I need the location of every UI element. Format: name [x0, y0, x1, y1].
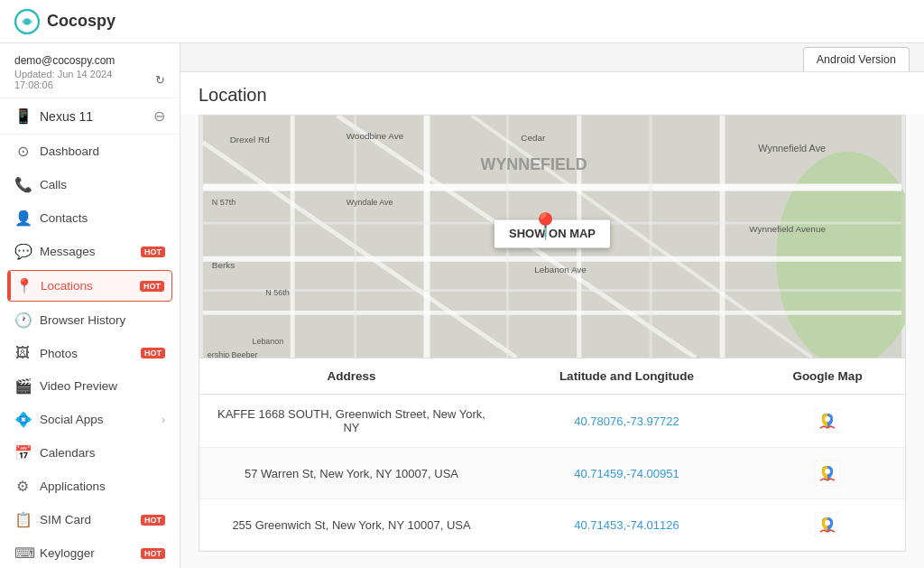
svg-text:Lebanon: Lebanon [252, 337, 283, 346]
device-name: Nexus 11 [40, 109, 93, 124]
sim-card-icon: 📋 [14, 511, 31, 528]
contacts-icon: 👤 [14, 210, 31, 227]
refresh-icon[interactable]: ↻ [155, 73, 165, 87]
google-map-cell[interactable] [764, 408, 891, 433]
calendars-label: Calendars [40, 446, 165, 460]
hot-badge: HOT [141, 548, 165, 559]
svg-text:N 56th: N 56th [265, 288, 289, 297]
sidebar-item-locations[interactable]: 📍LocationsHOT [7, 270, 172, 302]
google-maps-icon [815, 408, 840, 433]
phone-icon: 📱 [14, 107, 32, 125]
svg-text:Lebanon Ave: Lebanon Ave [534, 265, 587, 275]
hot-badge: HOT [141, 247, 165, 257]
svg-text:WYNNEFIELD: WYNNEFIELD [481, 155, 587, 173]
coords-cell[interactable]: 40.71459,-74.00951 [489, 467, 764, 480]
sidebar-item-applications[interactable]: ⚙Applications [0, 470, 180, 503]
map-container: WYNNEFIELD Wynnefield Ave Wynnefield Ave… [199, 115, 906, 358]
svg-text:Wynnefield Avenue: Wynnefield Avenue [749, 224, 826, 234]
sidebar-item-dashboard[interactable]: ⊙Dashboard [0, 135, 180, 168]
main-layout: demo@cocospy.com Updated: Jun 14 2024 17… [0, 43, 924, 568]
table-row: 57 Warren St, New York, NY 10007, USA40.… [199, 448, 905, 499]
browser-history-icon: 🕐 [14, 312, 31, 329]
svg-point-37 [825, 520, 830, 526]
user-email: demo@cocospy.com [14, 54, 165, 67]
table-row: 255 Greenwich St, New York, NY 10007, US… [199, 499, 905, 551]
nav-menu: ⊙Dashboard📞Calls👤Contacts💬MessagesHOT📍Lo… [0, 135, 180, 568]
table-body: KAFFE 1668 SOUTH, Greenwich Street, New … [199, 395, 905, 551]
google-maps-icon [815, 461, 840, 486]
svg-point-1 [24, 19, 30, 24]
sidebar-item-calls[interactable]: 📞Calls [0, 168, 180, 201]
svg-text:Woodbine Ave: Woodbine Ave [346, 131, 404, 141]
last-updated: Updated: Jun 14 2024 17:08:06 ↻ [14, 69, 165, 90]
sim-card-label: SIM Card [40, 513, 128, 526]
applications-label: Applications [40, 480, 165, 493]
page-title: Location [180, 72, 924, 115]
app-header: Cocospy [0, 0, 924, 43]
sidebar-item-messages[interactable]: 💬MessagesHOT [0, 235, 180, 268]
coords-cell[interactable]: 40.71453,-74.01126 [489, 518, 764, 532]
hot-badge: HOT [140, 281, 164, 292]
svg-text:ership Beeber: ership Beeber [208, 350, 258, 358]
photos-icon: 🖼 [14, 345, 31, 361]
dashboard-icon: ⊙ [14, 143, 31, 160]
locations-label: Locations [41, 279, 127, 293]
svg-point-33 [825, 416, 830, 422]
hot-badge: HOT [141, 348, 165, 358]
google-map-cell[interactable] [764, 461, 891, 486]
sidebar-item-photos[interactable]: 🖼PhotosHOT [0, 337, 180, 369]
svg-point-35 [825, 469, 830, 474]
sidebar-item-video-preview[interactable]: 🎬Video Preview [0, 369, 180, 403]
calendars-icon: 📅 [14, 444, 31, 461]
sidebar-item-contacts[interactable]: 👤Contacts [0, 201, 180, 235]
messages-label: Messages [40, 245, 128, 258]
keylogger-label: Keylogger [40, 546, 128, 560]
google-maps-icon [815, 512, 840, 537]
video-preview-label: Video Preview [40, 379, 165, 393]
svg-text:Wyndale Ave: Wyndale Ave [346, 198, 393, 207]
android-version-tab[interactable]: Android Version [803, 47, 910, 71]
map-header: Google Map [764, 369, 891, 383]
keylogger-icon: ⌨ [14, 545, 31, 562]
app-title: Cocospy [47, 12, 116, 31]
coords-cell[interactable]: 40.78076,-73.97722 [489, 414, 764, 428]
locations-icon: 📍 [15, 277, 32, 294]
android-tab-row: Android Version [180, 43, 924, 72]
svg-text:Cedar: Cedar [521, 133, 546, 143]
social-apps-label: Social Apps [40, 413, 152, 426]
google-map-cell[interactable] [764, 512, 891, 537]
device-selector[interactable]: 📱 Nexus 11 ⊖ [0, 98, 180, 135]
svg-text:Wynnefield Ave: Wynnefield Ave [758, 143, 826, 154]
sidebar-item-browser-history[interactable]: 🕐Browser History [0, 303, 180, 337]
messages-icon: 💬 [14, 243, 31, 260]
svg-text:Berks: Berks [212, 260, 235, 270]
sidebar-item-keylogger[interactable]: ⌨KeyloggerHOT [0, 536, 180, 568]
sidebar-item-sim-card[interactable]: 📋SIM CardHOT [0, 503, 180, 536]
address-cell: KAFFE 1668 SOUTH, Greenwich Street, New … [214, 407, 489, 434]
map-pin: 📍 [530, 211, 561, 241]
sidebar: demo@cocospy.com Updated: Jun 14 2024 17… [0, 43, 180, 568]
address-header: Address [214, 369, 489, 383]
calls-label: Calls [40, 178, 165, 191]
address-cell: 57 Warren St, New York, NY 10007, USA [214, 467, 489, 480]
video-preview-icon: 🎬 [14, 377, 31, 395]
social-apps-icon: 💠 [14, 411, 31, 428]
table-row: KAFFE 1668 SOUTH, Greenwich Street, New … [199, 395, 905, 448]
chevron-right-icon: › [162, 414, 165, 426]
content-area: Android Version Location [180, 43, 924, 568]
logo-icon [14, 9, 40, 34]
table-header: Address Latitude and Longitude Google Ma… [199, 358, 905, 395]
svg-text:Drexel Rd: Drexel Rd [230, 135, 270, 144]
sidebar-user-info: demo@cocospy.com Updated: Jun 14 2024 17… [0, 43, 180, 98]
svg-text:N 57th: N 57th [212, 198, 236, 207]
sidebar-item-social-apps[interactable]: 💠Social Apps› [0, 403, 180, 436]
sidebar-item-calendars[interactable]: 📅Calendars [0, 436, 180, 470]
active-indicator [8, 271, 11, 301]
contacts-label: Contacts [40, 211, 165, 225]
dashboard-label: Dashboard [40, 144, 165, 158]
calls-icon: 📞 [14, 176, 31, 193]
location-table: Address Latitude and Longitude Google Ma… [199, 358, 906, 552]
device-arrow-icon: ⊖ [153, 107, 165, 125]
browser-history-label: Browser History [40, 313, 165, 327]
coords-header: Latitude and Longitude [489, 369, 764, 383]
